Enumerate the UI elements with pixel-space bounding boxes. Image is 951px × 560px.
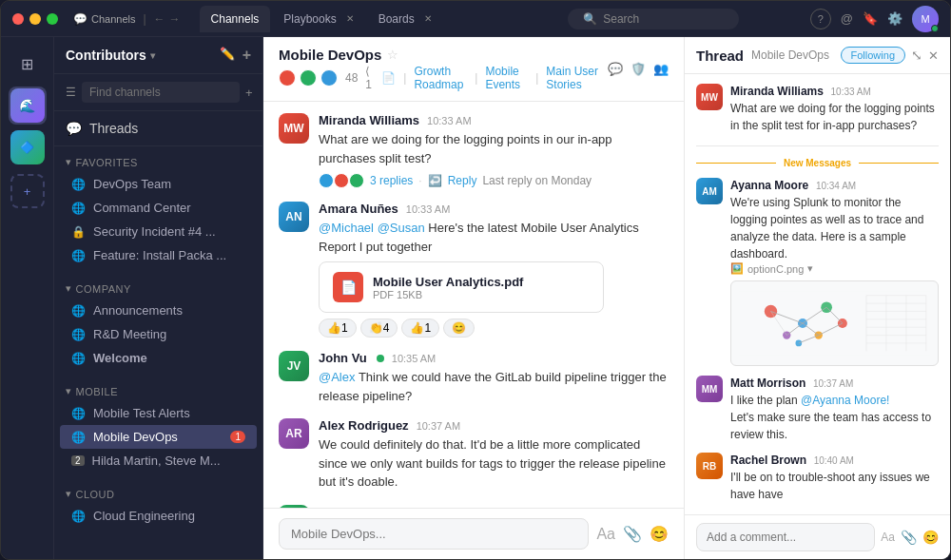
thread-avatar-1: AM (696, 178, 723, 204)
grid-icon[interactable]: ⊞ (9, 45, 47, 83)
mention-susan: @Susan (378, 221, 425, 235)
msg-header-1: Miranda Williams 10:33 AM (319, 113, 669, 127)
reaction-add[interactable]: 😊 (443, 319, 475, 338)
nav-forward[interactable]: → (169, 12, 181, 26)
sidebar-item-hilda-martin[interactable]: 2 Hilda Martin, Steve M... (60, 449, 257, 473)
add-workspace-button[interactable]: + (10, 174, 45, 208)
sidebar-item-feature-install[interactable]: 🌐 Feature: Install Packa ... (60, 243, 257, 267)
cloud-header[interactable]: ▾ CLOUD (54, 484, 262, 504)
sidebar-item-security-incident[interactable]: 🔒 Security Incident #4 ... (60, 220, 257, 243)
main-user-stories-link[interactable]: Main User Stories (546, 65, 600, 91)
topbar-right: ? @ 🔖 ⚙️ M (810, 6, 939, 32)
bookmark-icon[interactable]: 🔖 (863, 11, 878, 26)
thread-actions: Following ⤡ ✕ (841, 47, 939, 64)
reply-link[interactable]: Reply (448, 174, 477, 187)
message-group-4: AR Alex Rodriguez 10:37 AM We could defi… (279, 418, 669, 492)
thread-messages: MW Miranda Williams 10:33 AM What are we… (685, 74, 950, 514)
help-button[interactable]: ? (810, 9, 831, 29)
favorites-header[interactable]: ▾ FAVORITES (54, 152, 262, 172)
sidebar-item-mobile-devops[interactable]: 🌐 Mobile DevOps 1 (60, 425, 257, 449)
thread-original-text: What are we doing for the logging points… (730, 100, 939, 134)
emoji-icon-thread[interactable]: 😊 (922, 530, 939, 545)
replies-count: ⟨ 1 (365, 65, 374, 91)
title-tabs: Channels Playbooks ✕ Boards ✕ (200, 6, 497, 32)
workspace-2[interactable]: 🔷 (9, 128, 47, 166)
main-layout: ⊞ 🌊 🔷 + Contributors ▾ ✏️ (1, 37, 950, 559)
tab-playbooks[interactable]: Playbooks ✕ (272, 6, 364, 32)
add-channel-plus[interactable]: + (245, 86, 253, 100)
threads-row[interactable]: 💬 Threads (54, 111, 262, 146)
close-button[interactable] (12, 13, 24, 25)
sidebar-item-devops-team[interactable]: 🌐 DevOps Team (60, 172, 257, 196)
thread-comment-input[interactable] (696, 523, 875, 551)
tab-boards[interactable]: Boards ✕ (367, 6, 443, 32)
message-input[interactable] (279, 518, 589, 550)
text-format-icon[interactable]: Aa (596, 526, 615, 543)
at-icon[interactable]: @ (841, 11, 853, 26)
sidebar-item-welcome[interactable]: 🌐 Welcome (60, 346, 257, 370)
fullscreen-button[interactable] (47, 13, 58, 25)
sidebar-item-label: Command Center (93, 201, 191, 215)
thread-panel: Thread Mobile DevOps Following ⤡ ✕ MW Mi… (684, 37, 950, 559)
star-icon[interactable]: ☆ (387, 48, 398, 62)
members-icon[interactable]: 👥 (653, 62, 669, 76)
file-info: Mobile User Analytics.pdf PDF 15KB (373, 275, 523, 300)
minimize-thread-icon[interactable]: ⤡ (911, 48, 922, 63)
close-thread-icon[interactable]: ✕ (928, 48, 939, 63)
mobile-header[interactable]: ▾ MOBILE (54, 381, 262, 401)
sidebar-item-label: Announcements (93, 303, 183, 318)
msg-author-2: Amara Nuñes (319, 202, 398, 216)
text-format-icon-thread[interactable]: Aa (881, 531, 895, 544)
thread-avatar-3: RB (696, 453, 723, 479)
sidebar-item-mobile-test-alerts[interactable]: 🌐 Mobile Test Alerts (60, 401, 257, 425)
thread-reply-1[interactable]: 3 replies · ↩️ Reply Last reply on Monda… (319, 173, 669, 188)
msg-header-3: John Vu 10:35 AM (319, 351, 669, 365)
tab-boards-close[interactable]: ✕ (424, 13, 432, 24)
last-reply-text: Last reply on Monday (482, 174, 592, 187)
attachment-icon-thread[interactable]: 📎 (901, 530, 917, 545)
workspace-name[interactable]: Contributors ▾ (66, 48, 155, 63)
minimize-button[interactable] (29, 13, 41, 25)
filter-icon: ☰ (66, 86, 76, 99)
speech-icon[interactable]: 💬 (608, 62, 623, 76)
company-header[interactable]: ▾ COMPANY (54, 279, 262, 299)
channel-info: Mobile DevOps ☆ 48 ⟨ 1 📄 | Growth (279, 47, 600, 91)
edit-icon[interactable]: ✏️ (220, 47, 235, 64)
channels-sidebar-icon[interactable]: 🌊 (9, 87, 47, 125)
nav-back[interactable]: ← (154, 12, 165, 26)
replies-count-link[interactable]: 3 replies (370, 174, 413, 187)
thread-header: Thread Mobile DevOps Following ⤡ ✕ (685, 37, 950, 74)
msg-header-4: Alex Rodriguez 10:37 AM (319, 418, 669, 433)
thread-time-1: 10:34 AM (816, 181, 856, 191)
growth-roadmap-link[interactable]: Growth Roadmap (414, 65, 467, 91)
sidebar-item-announcements[interactable]: 🌐 Announcements (60, 299, 257, 322)
workspace-avatar-2[interactable]: 🔷 (10, 130, 45, 164)
mobile-events-link[interactable]: Mobile Events (485, 65, 528, 91)
user-avatar[interactable]: M (912, 6, 939, 32)
search-bar[interactable]: 🔍 Search (568, 9, 739, 29)
reaction-clap[interactable]: 👏4 (360, 319, 398, 338)
emoji-icon[interactable]: 😊 (650, 525, 669, 543)
reply-av-1 (319, 173, 334, 188)
sidebar-item-label: Feature: Install Packa ... (93, 248, 226, 262)
settings-icon[interactable]: ⚙️ (887, 11, 902, 26)
lock-icon: 🔒 (71, 225, 86, 239)
following-button[interactable]: Following (841, 47, 905, 64)
tab-channels[interactable]: Channels (200, 6, 271, 32)
find-channels-input[interactable] (82, 82, 240, 103)
reaction-thumbsup2[interactable]: 👍1 (401, 319, 439, 338)
tab-playbooks-close[interactable]: ✕ (346, 13, 354, 24)
sidebar-item-command-center[interactable]: 🌐 Command Center (60, 196, 257, 220)
member-avatar-1 (279, 69, 296, 87)
reaction-thumbsup[interactable]: 👍1 (319, 319, 357, 338)
shield-icon[interactable]: 🛡️ (631, 62, 646, 76)
tab-boards-label: Boards (378, 12, 415, 26)
add-channel-icon[interactable]: + (243, 47, 251, 64)
sidebar-item-rd-meeting[interactable]: 🌐 R&D Meeting (60, 322, 257, 346)
attachment-icon[interactable]: 📎 (623, 525, 642, 543)
sidebar-item-cloud-engineering[interactable]: 🌐 Cloud Engineering (60, 504, 257, 528)
workspace-avatar-1[interactable]: 🌊 (10, 88, 45, 123)
option-file-label[interactable]: 🖼️ optionC.png ▾ (730, 262, 939, 275)
msg-text-1: What are we doing for the logging points… (319, 130, 669, 167)
mention-ayanna: @Ayanna Moore! (801, 394, 889, 407)
